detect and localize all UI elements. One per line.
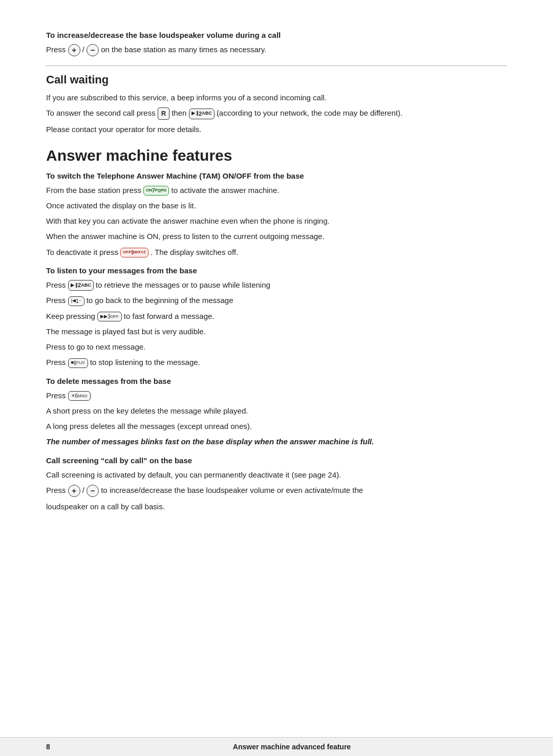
9wxyz-off-key: OFF9WXYZ — [120, 248, 148, 258]
listen-suffix1: to retrieve the messages or to pause whi… — [96, 280, 270, 289]
volume-section: To increase/decrease the base loudspeake… — [46, 31, 507, 56]
switch-para5: To deactivate it press OFF9WXYZ . The di… — [46, 246, 507, 258]
press-label: Press — [46, 45, 68, 54]
listen-suffix6: to stop listening to the message. — [90, 358, 200, 366]
press2: Press — [46, 296, 68, 305]
volume-suffix: on the base station as many times as nec… — [101, 45, 266, 54]
divider1 — [46, 66, 507, 66]
cw-suffix: (according to your network, the code may… — [217, 109, 402, 117]
minus-key: − — [87, 44, 99, 56]
call-waiting-para3: Please contact your operator for more de… — [46, 123, 507, 135]
6mno-del-key: ✕6MNO — [68, 391, 91, 401]
7pqrs-on-key: ON7PQRS — [143, 186, 169, 196]
listen-para4: The message is played fast but is very a… — [46, 326, 507, 337]
call-waiting-section: Call waiting If you are subscribed to th… — [46, 73, 507, 136]
cw-then: then — [172, 109, 188, 117]
listen-para5: Press to go to next message. — [46, 341, 507, 353]
switch-deact-suffix: . The display switches off. — [151, 248, 238, 256]
listen-para2: Press |◀1~ to go back to the beginning o… — [46, 294, 507, 306]
plus-key-screen: + — [68, 485, 80, 497]
answer-machine-section: Answer machine features To switch the Te… — [46, 147, 507, 513]
delete-para3: A long press deletes all the messages (e… — [46, 420, 507, 432]
r-key: R — [158, 107, 169, 120]
2abc-key-call: ▶ ‖2ABC — [189, 109, 215, 119]
listen-para6: Press ■8TUV to stop listening to the mes… — [46, 356, 507, 368]
screening-para1: Call screening is activated by default, … — [46, 469, 507, 481]
switch-para3: With that key you can activate the answe… — [46, 215, 507, 227]
volume-para: Press + / − on the base station as many … — [46, 44, 507, 56]
screening-heading: Call screening “call by call” on the bas… — [46, 456, 507, 465]
1-back-key: |◀1~ — [68, 296, 84, 307]
switch-deact-prefix: To deactivate it press — [46, 248, 118, 256]
call-waiting-heading: Call waiting — [46, 73, 507, 87]
listen-suffix2: to go back to the beginning of the messa… — [87, 296, 233, 305]
switch-suffix: to activate the answer machine. — [172, 186, 280, 195]
call-waiting-para2: To answer the second call press R then ▶… — [46, 107, 507, 120]
screening-para3: loudspeaker on a call by call basis. — [46, 501, 507, 512]
call-waiting-para1: If you are subscribed to this service, a… — [46, 92, 507, 103]
screening-suffix: to increase/decrease the base loudspeake… — [101, 486, 363, 494]
listen-heading: To listen to your messages from the base — [46, 266, 507, 275]
delete-heading: To delete messages from the base — [46, 377, 507, 385]
listen-para1: Press ▶ ‖2ABC to retrieve the messages o… — [46, 279, 507, 291]
switch-prefix: From the base station press — [46, 186, 141, 195]
switch-para2: Once activated the display on the base i… — [46, 200, 507, 211]
minus-key-screen: − — [87, 485, 99, 497]
delete-para4: The number of messages blinks fast on th… — [46, 436, 507, 447]
switch-para1: From the base station press ON7PQRS to a… — [46, 184, 507, 196]
slash-screen: / — [82, 486, 84, 494]
keep-pressing: Keep pressing — [46, 312, 97, 320]
page-content: To increase/decrease the base loudspeake… — [0, 0, 553, 756]
switch-para4: When the answer machine is ON, press to … — [46, 230, 507, 242]
slash-label: / — [82, 45, 84, 54]
3off-ff-key: ▶▶3OFF — [97, 312, 122, 322]
delete-para2: A short press on the key deletes the mes… — [46, 405, 507, 417]
delete-para1: Press ✕6MNO — [46, 390, 507, 401]
page-number: 8 — [46, 743, 77, 751]
screening-para2: Press + / − to increase/decrease the bas… — [46, 484, 507, 497]
plus-key: + — [68, 44, 80, 56]
press-del: Press — [46, 391, 68, 400]
footer-title: Answer machine advanced feature — [77, 743, 507, 751]
listen-para3: Keep pressing ▶▶3OFF to fast forward a m… — [46, 310, 507, 322]
cw-prefix: To answer the second call press — [46, 109, 155, 117]
2abc-key-listen: ▶ ‖2ABC — [68, 280, 94, 291]
listen-suffix3: to fast forward a message. — [124, 312, 215, 320]
press-screen: Press — [46, 486, 68, 494]
8tuv-stop-key: ■8TUV — [68, 358, 88, 369]
answer-machine-heading: Answer machine features — [46, 147, 507, 164]
page-footer: 8 Answer machine advanced feature — [0, 737, 553, 756]
press6: Press — [46, 358, 68, 366]
volume-heading: To increase/decrease the base loudspeake… — [46, 31, 507, 39]
press1: Press — [46, 280, 68, 289]
switch-heading: To switch the Telephone Answer Machine (… — [46, 171, 507, 180]
